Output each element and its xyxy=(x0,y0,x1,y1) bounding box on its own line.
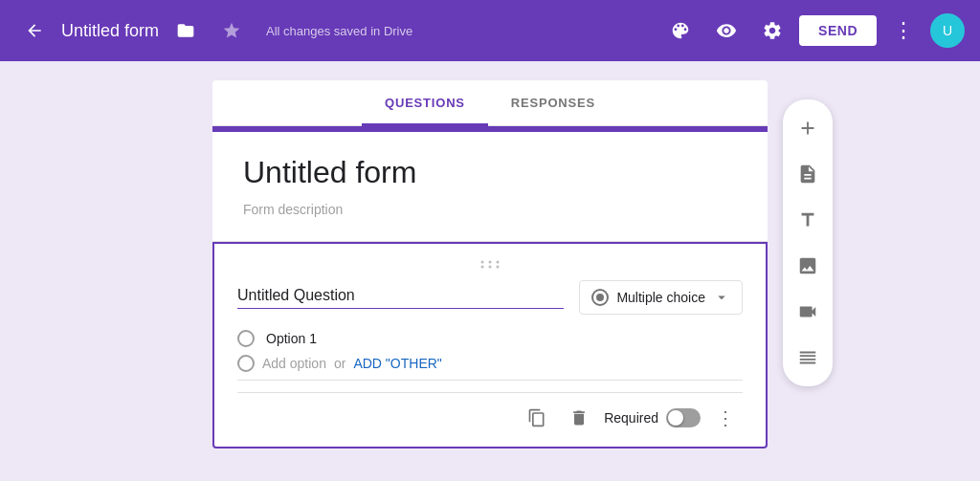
radio-filled-icon xyxy=(591,289,609,306)
add-image-button[interactable] xyxy=(787,245,829,287)
star-button[interactable] xyxy=(212,11,251,50)
drag-handle xyxy=(237,259,743,269)
add-option-or: or xyxy=(334,356,345,371)
question-type-dropdown[interactable]: Multiple choice xyxy=(579,280,743,315)
radio-empty-add-icon xyxy=(237,355,255,372)
preview-button[interactable] xyxy=(707,11,746,50)
avatar[interactable]: U xyxy=(930,13,965,48)
chevron-down-icon xyxy=(713,289,730,306)
required-toggle[interactable] xyxy=(666,408,701,427)
right-sidebar xyxy=(783,99,833,386)
autosave-status: All changes saved in Drive xyxy=(266,24,412,38)
option-item-1: Option 1 xyxy=(237,330,743,347)
svg-point-3 xyxy=(481,266,484,269)
svg-point-2 xyxy=(497,261,500,264)
question-title-input[interactable] xyxy=(237,287,564,309)
question-card: Multiple choice Option 1 Add option or A… xyxy=(212,242,768,448)
add-option-text[interactable]: Add option xyxy=(262,356,326,371)
tabs-bar: QUESTIONS RESPONSES xyxy=(212,80,768,126)
duplicate-button[interactable] xyxy=(520,401,554,435)
form-main-title[interactable]: Untitled form xyxy=(243,155,737,190)
tab-questions[interactable]: QUESTIONS xyxy=(362,80,488,125)
option-1-text[interactable]: Option 1 xyxy=(266,331,317,346)
add-other-link[interactable]: ADD "OTHER" xyxy=(353,356,441,371)
more-options-button[interactable]: ⋮ xyxy=(884,11,923,50)
svg-point-1 xyxy=(489,261,492,264)
required-label: Required xyxy=(604,410,658,426)
add-question-button[interactable] xyxy=(787,107,829,149)
form-header-card: Untitled form Form description xyxy=(212,126,768,242)
delete-button[interactable] xyxy=(562,401,596,435)
question-header: Multiple choice xyxy=(237,280,743,315)
settings-button[interactable] xyxy=(753,11,791,50)
svg-point-5 xyxy=(497,266,500,269)
main-area: QUESTIONS RESPONSES Untitled form Form d… xyxy=(0,61,980,481)
more-question-options-button[interactable]: ⋮ xyxy=(708,401,743,435)
back-button[interactable] xyxy=(15,11,54,50)
svg-point-4 xyxy=(489,266,492,269)
form-title-topbar: Untitled form xyxy=(61,21,159,41)
form-description[interactable]: Form description xyxy=(243,202,737,222)
add-title-button[interactable] xyxy=(787,199,829,241)
topbar-right: SEND ⋮ U xyxy=(661,11,965,50)
import-questions-button[interactable] xyxy=(787,153,829,195)
add-section-button[interactable] xyxy=(787,337,829,379)
topbar-left: Untitled form All changes saved in Drive xyxy=(15,11,654,50)
svg-point-0 xyxy=(481,261,484,264)
send-button[interactable]: SEND xyxy=(799,15,877,46)
center-column: QUESTIONS RESPONSES Untitled form Form d… xyxy=(212,80,768,462)
add-option-row: Add option or ADD "OTHER" xyxy=(237,355,743,372)
topbar: Untitled form All changes saved in Drive xyxy=(0,0,980,61)
options-list: Option 1 Add option or ADD "OTHER" xyxy=(237,330,743,372)
question-type-inner: Multiple choice xyxy=(591,289,705,306)
palette-button[interactable] xyxy=(661,11,700,50)
question-type-label: Multiple choice xyxy=(616,290,705,305)
radio-empty-icon xyxy=(237,330,255,347)
add-video-button[interactable] xyxy=(787,291,829,333)
question-footer: Required ⋮ xyxy=(237,392,743,435)
tab-responses[interactable]: RESPONSES xyxy=(488,80,618,125)
folder-button[interactable] xyxy=(167,11,205,50)
